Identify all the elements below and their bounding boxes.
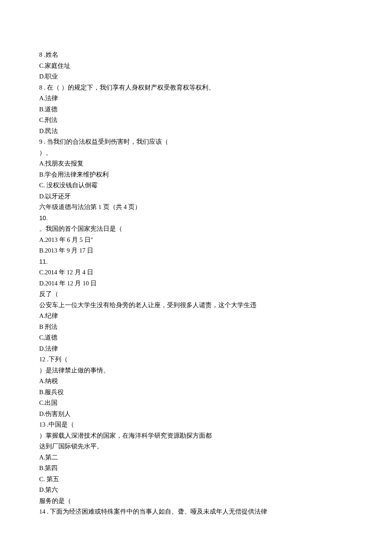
text-line: A.找朋友去报复 [39,158,353,169]
text-line: 达到厂国际锁先水平。 [39,441,353,452]
text-line: 12 .下列（ [39,354,353,365]
text-line: B.学会用法律来维护权利 [39,169,353,180]
text-line: B.2013 年 9 月 17 日 [39,245,353,256]
text-line: 。我国的首个国家宪法日是（ [39,224,353,235]
text-line: 公安车上一位大学生没有给身旁的老人让座，受到很多人谴责，这个大学生违 [39,300,353,311]
text-line: ）是法律禁止做的事情。 [39,365,353,376]
text-line: 13 .中国是（ [39,419,353,430]
text-line: D.法律 [39,343,353,355]
text-line: 11. [39,256,353,267]
text-line: C.出国 [39,398,353,409]
text-line: D.2014 年 12 月 10 日 [39,278,353,289]
text-line: C.家庭住址 [39,61,353,72]
text-line: D.以牙还牙 [39,191,353,202]
text-line: A.法律 [39,93,353,104]
document-page: 8 .姓名 C.家庭住址 D.职业 8 . 在（ ）的规定下，我们享有人身权财产… [0,0,392,543]
text-line: 14 . 下面为经济困难或特殊案件中的当事人如自、聋、哑及未成年人无偿提供法律 [39,506,353,517]
text-line: D.职业 [39,71,353,82]
text-line: A.纳税 [39,376,353,387]
text-line: 10. [39,213,353,224]
text-line: A.第二 [39,452,353,463]
text-line: ）掌握载人深潜技术的国家，在海洋科学研究资源勘探方面都 [39,430,353,442]
text-line: ）。 [39,148,353,159]
text-line: B.道德 [39,104,353,115]
text-line: 8 . 在（ ）的规定下，我们享有人身权财产权受教育权等权利。 [39,82,353,93]
text-line: B.服兵役 [39,387,353,398]
text-line: B.第四 [39,463,353,474]
text-line: C. 没权没钱自认倒霉 [39,180,353,191]
text-line: D.第六 [39,485,353,496]
text-line: C,道德 [39,332,353,343]
text-line: C.刑法 [39,115,353,126]
text-line: D.民法 [39,126,353,137]
text-line: A.纪律 [39,311,353,322]
text-line: A.2013 年 6 月 5 日" [39,235,353,246]
text-line: 8 .姓名 [39,49,353,61]
text-line: 反了（ [39,289,353,300]
text-line: 9 . 当我们的合法权益受到伤害时，我们应该（ [39,137,353,148]
text-line: B 刑法 [39,322,353,333]
text-line: C. 第五 [39,474,353,485]
text-line: 六年级道德与法治第 1 页（共 4 页） [39,202,353,213]
text-line: C.2014 年 12 月 4 日 [39,267,353,278]
text-line: 服务的是（ [39,496,353,507]
text-line: D.伤害别人 [39,409,353,420]
